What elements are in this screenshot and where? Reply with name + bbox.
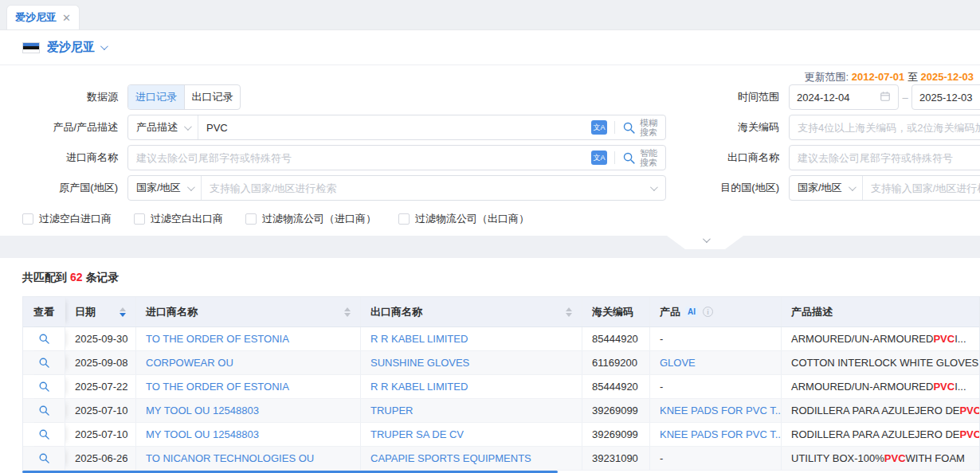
- cell-exporter[interactable]: TRUPER: [361, 399, 582, 422]
- header-hscode: 海关编码: [582, 297, 650, 326]
- sort-date-icon[interactable]: [120, 307, 126, 317]
- end-date-input[interactable]: [919, 92, 980, 104]
- export-records-option[interactable]: 出口记录: [184, 85, 240, 109]
- filter-blank-exporter[interactable]: 过滤空白出口商: [134, 212, 223, 226]
- cell-description: COTTON INTERLOCK WHITE GLOVES...: [782, 351, 979, 374]
- table-row: 2025-09-30 TO THE ORDER OF ESTONIA R R K…: [23, 327, 979, 351]
- cell-date: 2025-06-26: [65, 447, 136, 470]
- exporter-field[interactable]: [789, 145, 980, 170]
- destination-country-select[interactable]: 国家/地区: [790, 176, 863, 200]
- cell-hscode: 61169200: [582, 351, 650, 374]
- view-record-icon[interactable]: [38, 405, 50, 416]
- cell-importer[interactable]: TO THE ORDER OF ESTONIA: [136, 327, 361, 350]
- origin-country-select[interactable]: 国家/地区: [128, 176, 202, 200]
- view-record-icon[interactable]: [38, 333, 50, 345]
- chevron-down-icon[interactable]: [100, 42, 108, 50]
- divider: [614, 121, 615, 134]
- hscode-input[interactable]: [790, 122, 980, 134]
- header-exporter[interactable]: 出口商名称: [361, 297, 582, 326]
- collapse-filters-handle[interactable]: [667, 236, 743, 249]
- cell-exporter[interactable]: SUNSHINE GLOVES: [361, 351, 582, 374]
- view-record-icon[interactable]: [38, 357, 50, 369]
- checkbox[interactable]: [22, 213, 33, 225]
- results-panel: 共匹配到62条记录 查看 日期 进口商名称 出口商名称 海关编码 产品 AI i: [0, 258, 980, 473]
- smart-search-line1: 智能: [640, 148, 657, 158]
- product-type-select[interactable]: 产品描述: [128, 115, 198, 139]
- header-view: 查看: [23, 297, 65, 326]
- cell-description: RODILLERA PARA AZULEJERO DE PVC: [782, 399, 979, 422]
- product-keyword-input[interactable]: [198, 122, 591, 134]
- cell-product[interactable]: KNEE PADS FOR PVC T...: [650, 423, 782, 446]
- checkbox-label: 过滤物流公司（进口商）: [262, 212, 376, 226]
- filter-panel: 更新范围: 2012-07-01 至 2025-12-03 数据源 进口记录 出…: [0, 65, 980, 236]
- view-record-icon[interactable]: [38, 381, 50, 393]
- import-records-option[interactable]: 进口记录: [128, 85, 184, 109]
- product-search-group: 产品描述 文A 模糊 搜索: [127, 115, 666, 140]
- cell-product: -: [650, 375, 782, 398]
- search-icon: [622, 151, 636, 165]
- results-summary: 共匹配到62条记录: [22, 271, 980, 285]
- fuzzy-search-line2: 搜索: [640, 127, 657, 137]
- table-header-row: 查看 日期 进口商名称 出口商名称 海关编码 产品 AI i 产品描述: [23, 297, 979, 327]
- info-icon[interactable]: i: [703, 307, 713, 317]
- divider: [614, 151, 615, 164]
- cell-date: 2025-09-30: [65, 327, 136, 350]
- destination-search-input[interactable]: [863, 182, 980, 194]
- fuzzy-search-button[interactable]: 模糊 搜索: [622, 118, 665, 137]
- cell-product[interactable]: GLOVE: [650, 351, 782, 374]
- table-row: 2025-07-22 TO THE ORDER OF ESTONIA R R K…: [23, 375, 979, 399]
- tab-estonia[interactable]: 爱沙尼亚 ✕: [6, 5, 80, 29]
- start-date-picker[interactable]: [789, 84, 899, 110]
- cell-description: ARMOURED/UN-ARMOURED PVC I...: [782, 327, 979, 350]
- datasource-label: 数据源: [0, 90, 127, 104]
- translate-icon[interactable]: 文A: [591, 150, 607, 165]
- end-date-picker[interactable]: [911, 84, 980, 110]
- calendar-icon: [880, 91, 891, 104]
- fuzzy-search-line1: 模糊: [640, 118, 657, 127]
- header-importer[interactable]: 进口商名称: [136, 297, 361, 326]
- country-name[interactable]: 爱沙尼亚: [47, 40, 95, 55]
- product-label: 产品/产品描述: [0, 120, 127, 135]
- view-record-icon[interactable]: [38, 452, 50, 464]
- filter-row-importer: 进口商名称 文A 智能 搜索 出口商名称: [0, 145, 980, 170]
- header-description: 产品描述: [782, 297, 979, 326]
- importer-input[interactable]: [128, 152, 591, 164]
- cell-product[interactable]: KNEE PADS FOR PVC T...: [650, 399, 782, 422]
- cell-exporter[interactable]: TRUPER SA DE CV: [361, 423, 582, 446]
- cell-description: UTILITY BOX-100% PVC WITH FOAM: [782, 447, 979, 470]
- cell-importer[interactable]: CORPOWEAR OU: [136, 351, 361, 374]
- cell-hscode: 39231090: [582, 447, 650, 470]
- cell-importer[interactable]: MY TOOL OU 12548803: [136, 423, 361, 446]
- cell-exporter[interactable]: R R KABEL LIMITED: [361, 375, 582, 398]
- update-range-to: 2025-12-03: [921, 71, 974, 83]
- filter-row-product: 产品/产品描述 产品描述 文A 模糊 搜索: [0, 115, 980, 140]
- destination-label: 目的国(地区): [701, 181, 789, 195]
- sort-exporter-icon[interactable]: [566, 307, 572, 317]
- start-date-input[interactable]: [797, 92, 876, 104]
- filter-logistics-exporter[interactable]: 过滤物流公司（出口商）: [398, 212, 529, 226]
- cell-description: ARMOURED/UN-ARMOURED PVC I...: [782, 375, 979, 398]
- cell-importer[interactable]: TO NICANOR TECHNOLOGIES OU: [136, 447, 361, 470]
- estonia-flag-icon: [22, 42, 40, 53]
- time-range-label: 时间范围: [701, 90, 789, 104]
- filter-logistics-importer[interactable]: 过滤物流公司（进口商）: [245, 212, 376, 226]
- header-date[interactable]: 日期: [65, 297, 136, 326]
- tab-close-icon[interactable]: ✕: [62, 12, 71, 24]
- smart-search-button[interactable]: 智能 搜索: [622, 148, 665, 167]
- filter-blank-importer[interactable]: 过滤空白进口商: [22, 212, 112, 226]
- checkbox[interactable]: [134, 213, 145, 225]
- cell-exporter[interactable]: CAPAPIE SPORTS EQUIPMENTS: [361, 447, 582, 470]
- hscode-field[interactable]: [789, 115, 980, 140]
- panel-gap: [0, 236, 980, 258]
- checkbox[interactable]: [398, 213, 410, 225]
- checkbox[interactable]: [245, 213, 257, 225]
- view-record-icon[interactable]: [38, 428, 50, 440]
- origin-search-input[interactable]: [202, 182, 650, 194]
- destination-select-group: 国家/地区: [789, 175, 980, 201]
- cell-importer[interactable]: TO THE ORDER OF ESTONIA: [136, 375, 361, 398]
- exporter-input[interactable]: [790, 152, 980, 164]
- translate-icon[interactable]: 文A: [591, 120, 607, 135]
- cell-exporter[interactable]: R R KABEL LIMITED: [361, 327, 582, 350]
- sort-importer-icon[interactable]: [344, 307, 351, 317]
- cell-importer[interactable]: MY TOOL OU 12548803: [136, 399, 361, 422]
